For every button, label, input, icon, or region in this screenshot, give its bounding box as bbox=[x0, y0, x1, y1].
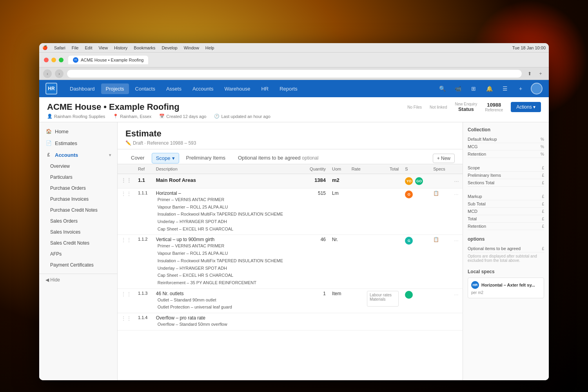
nav-reports[interactable]: Reports bbox=[275, 83, 302, 94]
user-avatar[interactable] bbox=[531, 83, 543, 94]
clock: Tue 18 Jan 10:00 bbox=[512, 45, 546, 50]
stat-not-linked: Not linked bbox=[430, 105, 447, 109]
rp-total: Total £ bbox=[468, 215, 544, 223]
nav-projects[interactable]: Projects bbox=[101, 83, 129, 94]
nav-hr[interactable]: HR bbox=[256, 83, 273, 94]
estimate-ref: ✏️ Draft · Reference 10988 – 593 bbox=[125, 140, 455, 146]
rp-preliminary-total: Preliminary Items £ bbox=[468, 172, 544, 179]
nav-dashboard[interactable]: Dashboard bbox=[65, 83, 100, 94]
new-button[interactable]: + New bbox=[433, 154, 455, 163]
app-content: HR Dashboard Projects Contacts Assets Ac… bbox=[39, 80, 549, 380]
tab-preliminary[interactable]: Preliminary Items bbox=[181, 152, 231, 164]
develop-menu[interactable]: Develop bbox=[162, 45, 177, 50]
nav-warehouse[interactable]: Warehouse bbox=[220, 83, 255, 94]
rp-local-specs-title: Local specs bbox=[468, 269, 544, 274]
rp-mcg: MCG % bbox=[468, 143, 544, 151]
right-panel: Collection Default Markup % MCG % Retent… bbox=[463, 122, 549, 380]
rp-local-specs-section: Local specs HR Horizontal – Axter felt s… bbox=[468, 269, 544, 298]
tab-favicon: H bbox=[73, 57, 78, 63]
file-menu[interactable]: File bbox=[72, 45, 79, 50]
estimate-title: Estimate bbox=[125, 129, 455, 139]
tag-g: G bbox=[405, 237, 413, 245]
row-description: 46 Nr. outlets Outlet – Standard 90mm ou… bbox=[153, 289, 304, 313]
bookmark-icon[interactable]: + bbox=[536, 69, 545, 78]
mac-menu-bar: 🍎 Safari File Edit View History Bookmark… bbox=[39, 43, 549, 53]
back-button[interactable]: ‹ bbox=[43, 69, 52, 78]
sidebar-item-payment-certificates[interactable]: Payment Certificates bbox=[39, 260, 117, 270]
search-icon[interactable]: 🔍 bbox=[437, 83, 448, 94]
nav-accounts[interactable]: Accounts bbox=[188, 83, 218, 94]
sidebar-item-purchase-orders[interactable]: Purchase Orders bbox=[39, 183, 117, 194]
col-uom: Uom bbox=[329, 164, 346, 174]
bell-icon[interactable]: 🔔 bbox=[484, 83, 495, 94]
maximize-button[interactable] bbox=[59, 58, 64, 62]
dropdown-icon: ▾ bbox=[172, 155, 175, 161]
col-total: Total bbox=[364, 164, 402, 174]
history-menu[interactable]: History bbox=[114, 45, 127, 50]
actions-button[interactable]: Actions ▾ bbox=[511, 102, 541, 112]
rp-spec-card[interactable]: HR Horizontal – Axter felt sy... per m2 bbox=[468, 278, 544, 298]
rp-retention-total: Retention £ bbox=[468, 223, 544, 230]
drag-handle-icon: ⋮⋮ bbox=[121, 237, 132, 243]
sidebar-hide-button[interactable]: ◀ Hide bbox=[39, 274, 117, 286]
stat-no-files: No Files bbox=[407, 105, 422, 109]
forward-button[interactable]: › bbox=[55, 69, 64, 78]
clock-icon: 🕐 bbox=[214, 114, 220, 119]
apple-menu[interactable]: 🍎 bbox=[42, 45, 48, 50]
more-icon: … bbox=[454, 237, 459, 242]
tag-go: GO bbox=[415, 177, 423, 185]
rp-markup: Markup £ bbox=[468, 193, 544, 200]
view-menu[interactable]: View bbox=[98, 45, 108, 50]
sidebar-item-purchase-invoices[interactable]: Purchase Invoices bbox=[39, 194, 117, 205]
rp-optional-note: Options are displayed after subtotal and… bbox=[468, 254, 544, 263]
row-tags: G bbox=[402, 235, 430, 289]
row-uom: Item bbox=[329, 289, 346, 313]
minimize-button[interactable] bbox=[51, 58, 56, 62]
col-ref: Ref bbox=[135, 164, 153, 174]
col-specs: Specs bbox=[430, 164, 451, 174]
row-ref: 1.1.1 bbox=[135, 189, 153, 235]
plus-nav-icon[interactable]: + bbox=[515, 83, 526, 94]
tab-scope[interactable]: Scope ▾ bbox=[152, 153, 179, 163]
drag-handle-icon: ⋮⋮ bbox=[121, 177, 132, 183]
sidebar-item-overview[interactable]: Overview bbox=[39, 161, 117, 172]
estimate-table-body: ⋮⋮ 1.1 Main Roof Areas 1384 m2 YO GO bbox=[118, 174, 463, 330]
project-location: 📍 Rainham, Essex bbox=[113, 114, 151, 119]
edit-menu[interactable]: Edit bbox=[85, 45, 92, 50]
sidebar-item-particulars[interactable]: Particulars bbox=[39, 172, 117, 183]
browser-tab[interactable]: H ACME House • Example Roofing bbox=[68, 56, 148, 64]
main-layout: 🏠 Home 📄 Estimates £ Accounts ▾ Overview… bbox=[39, 122, 549, 380]
project-header: ACME House • Example Roofing 👤 Rainham R… bbox=[39, 97, 549, 122]
nav-contacts[interactable]: Contacts bbox=[131, 83, 160, 94]
sidebar-item-estimates[interactable]: 📄 Estimates bbox=[39, 137, 117, 149]
grid-icon[interactable]: ⊞ bbox=[468, 83, 479, 94]
calendar-icon: 📅 bbox=[159, 114, 165, 119]
sidebar-item-sales-orders[interactable]: Sales Orders bbox=[39, 216, 117, 227]
estimates-icon: 📄 bbox=[45, 140, 52, 146]
nav-assets[interactable]: Assets bbox=[162, 83, 186, 94]
sidebar-item-afps[interactable]: AFPs bbox=[39, 249, 117, 260]
sidebar-item-home[interactable]: 🏠 Home bbox=[39, 125, 117, 137]
spec-card-title: Horizontal – Axter felt sy... bbox=[481, 283, 535, 287]
close-button[interactable] bbox=[44, 58, 49, 62]
sidebar-item-purchase-credit-notes[interactable]: Purchase Credit Notes bbox=[39, 205, 117, 216]
safari-menu[interactable]: Safari bbox=[54, 45, 65, 50]
col-rate: Rate bbox=[347, 164, 364, 174]
sidebar-item-sales-invoices[interactable]: Sales Invoices bbox=[39, 227, 117, 238]
row-description: Overflow – pro rata rate Overflow – Stan… bbox=[153, 313, 304, 330]
bookmarks-menu[interactable]: Bookmarks bbox=[134, 45, 155, 50]
list-icon[interactable]: ☰ bbox=[499, 83, 510, 94]
sidebar-item-accounts[interactable]: £ Accounts ▾ bbox=[39, 149, 117, 161]
address-bar[interactable] bbox=[67, 69, 522, 78]
share-icon[interactable]: ⬆ bbox=[525, 69, 534, 78]
sidebar-item-sales-credit-notes[interactable]: Sales Credit Notes bbox=[39, 238, 117, 249]
rp-collection-title: Collection bbox=[468, 127, 544, 132]
tab-optional[interactable]: Optional items to be agreed optional bbox=[232, 152, 324, 164]
window-menu[interactable]: Window bbox=[184, 45, 199, 50]
stat-reference: 10988 Reference bbox=[485, 102, 503, 112]
camera-icon[interactable]: 📹 bbox=[452, 83, 463, 94]
table-row: ⋮⋮ 1.1.2 Vertical – up to 900mm girth Pr… bbox=[118, 235, 463, 289]
tab-cover[interactable]: Cover bbox=[125, 152, 150, 164]
project-title: ACME House • Example Roofing bbox=[47, 102, 270, 112]
help-menu[interactable]: Help bbox=[205, 45, 214, 50]
